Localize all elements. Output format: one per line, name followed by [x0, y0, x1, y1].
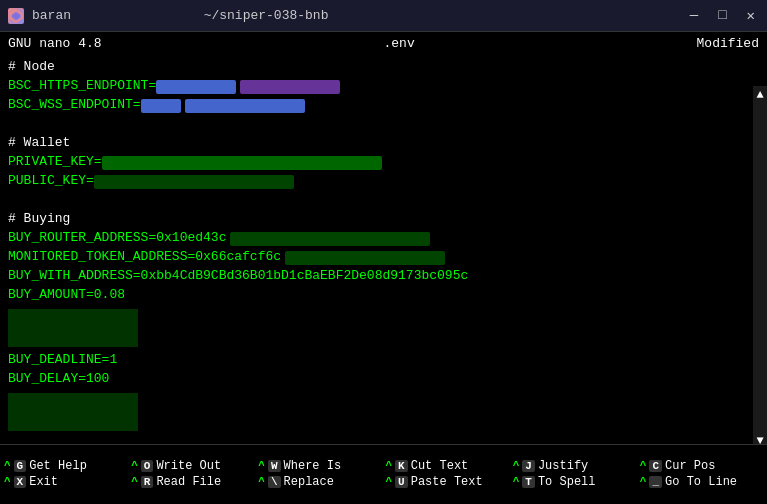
- green-block-2: [8, 393, 138, 431]
- key-g: G: [14, 460, 27, 472]
- hat-g: ^: [4, 460, 11, 472]
- maximize-button[interactable]: □: [714, 5, 730, 26]
- hat-t: ^: [513, 476, 520, 488]
- key-w: W: [268, 460, 281, 472]
- label-go-to-line: Go To Line: [665, 475, 737, 489]
- key-t: T: [522, 476, 535, 488]
- line-buying-comment: # Buying: [8, 210, 759, 229]
- svg-marker-1: [12, 12, 20, 20]
- hat-k: ^: [385, 460, 392, 472]
- line-buy-deadline: BUY_DEADLINE=1: [8, 351, 759, 370]
- hat-c: ^: [640, 460, 647, 472]
- key-bs: \: [268, 476, 281, 488]
- shortcut-write-out[interactable]: ^O Write Out: [131, 459, 254, 473]
- label-cut-text: Cut Text: [411, 459, 469, 473]
- shortcut-replace[interactable]: ^\ Replace: [258, 475, 381, 489]
- line-bsc-wss: BSC_WSS_ENDPOINT=: [8, 96, 759, 115]
- label-get-help: Get Help: [29, 459, 87, 473]
- label-paste-text: Paste Text: [411, 475, 483, 489]
- key-u: U: [395, 476, 408, 488]
- nano-modified: Modified: [697, 36, 759, 51]
- hat-u: ^: [385, 476, 392, 488]
- hat-r: ^: [131, 476, 138, 488]
- key-ul: _: [649, 476, 662, 488]
- label-read-file: Read File: [156, 475, 221, 489]
- label-to-spell: To Spell: [538, 475, 596, 489]
- shortcuts-grid: ^G Get Help ^O Write Out ^W Where Is ^K …: [4, 459, 763, 489]
- title-text: baran ~/sniper-038-bnb: [32, 8, 328, 23]
- title-bar: baran ~/sniper-038-bnb — □ ✕: [0, 0, 767, 32]
- line-monitored-token: MONITORED_TOKEN_ADDRESS=0x66cafcf6c: [8, 248, 759, 267]
- line-wallet-comment: # Wallet: [8, 134, 759, 153]
- key-j: J: [522, 460, 535, 472]
- hat-j: ^: [513, 460, 520, 472]
- line-bsc-https: BSC_HTTPS_ENDPOINT=: [8, 77, 759, 96]
- window-controls: — □ ✕: [686, 5, 759, 26]
- line-buy-amount: BUY_AMOUNT=0.08: [8, 286, 759, 305]
- bottom-bar: ^G Get Help ^O Write Out ^W Where Is ^K …: [0, 444, 767, 502]
- scroll-up-arrow[interactable]: ▲: [756, 86, 763, 104]
- hat-w: ^: [258, 460, 265, 472]
- key-o: O: [141, 460, 154, 472]
- nano-filename: .env: [383, 36, 414, 51]
- close-button[interactable]: ✕: [743, 5, 759, 26]
- key-k: K: [395, 460, 408, 472]
- shortcut-exit[interactable]: ^X Exit: [4, 475, 127, 489]
- key-x: X: [14, 476, 27, 488]
- shortcut-to-spell[interactable]: ^T To Spell: [513, 475, 636, 489]
- shortcut-paste-text[interactable]: ^U Paste Text: [385, 475, 508, 489]
- app-icon: [8, 8, 24, 24]
- key-r: R: [141, 476, 154, 488]
- label-exit: Exit: [29, 475, 58, 489]
- line-buy-delay: BUY_DELAY=100: [8, 370, 759, 389]
- line-buy-with: BUY_WITH_ADDRESS=0xbb4CdB9CBd36B01bD1cBa…: [8, 267, 759, 286]
- hat-x: ^: [4, 476, 11, 488]
- minimize-button[interactable]: —: [686, 5, 702, 26]
- key-c: C: [649, 460, 662, 472]
- hat-o: ^: [131, 460, 138, 472]
- label-justify: Justify: [538, 459, 588, 473]
- val-public: [94, 175, 294, 189]
- val-private: [102, 156, 382, 170]
- line-private-key: PRIVATE_KEY=: [8, 153, 759, 172]
- title-bar-left: baran ~/sniper-038-bnb: [8, 8, 328, 24]
- shortcut-justify[interactable]: ^J Justify: [513, 459, 636, 473]
- scrollbar: ▲ ▼: [753, 86, 767, 444]
- shortcut-get-help[interactable]: ^G Get Help: [4, 459, 127, 473]
- val-https-2: [240, 80, 340, 94]
- shortcut-go-to-line[interactable]: ^_ Go To Line: [640, 475, 763, 489]
- hat-ul: ^: [640, 476, 647, 488]
- line-empty-2: [8, 191, 759, 210]
- shortcut-cut-text[interactable]: ^K Cut Text: [385, 459, 508, 473]
- green-block-1: [8, 309, 138, 347]
- label-replace: Replace: [284, 475, 334, 489]
- val-https-1: [156, 80, 236, 94]
- label-where-is: Where Is: [284, 459, 342, 473]
- line-buy-router: BUY_ROUTER_ADDRESS=0x10ed43c: [8, 229, 759, 248]
- line-node-comment: # Node: [8, 58, 759, 77]
- shortcut-read-file[interactable]: ^R Read File: [131, 475, 254, 489]
- label-cur-pos: Cur Pos: [665, 459, 715, 473]
- editor-area[interactable]: # Node BSC_HTTPS_ENDPOINT= BSC_WSS_ENDPO…: [0, 54, 767, 444]
- line-public-key: PUBLIC_KEY=: [8, 172, 759, 191]
- val-wss-1: [141, 99, 181, 113]
- scroll-down-arrow[interactable]: ▼: [756, 433, 763, 444]
- val-token: [285, 251, 445, 265]
- nano-header: GNU nano 4.8 .env Modified: [0, 32, 767, 54]
- val-wss-2: [185, 99, 305, 113]
- shortcut-cur-pos[interactable]: ^C Cur Pos: [640, 459, 763, 473]
- hat-bs: ^: [258, 476, 265, 488]
- nano-version: GNU nano 4.8: [8, 36, 102, 51]
- label-write-out: Write Out: [156, 459, 221, 473]
- val-router: [230, 232, 430, 246]
- line-empty-1: [8, 115, 759, 134]
- shortcut-where-is[interactable]: ^W Where Is: [258, 459, 381, 473]
